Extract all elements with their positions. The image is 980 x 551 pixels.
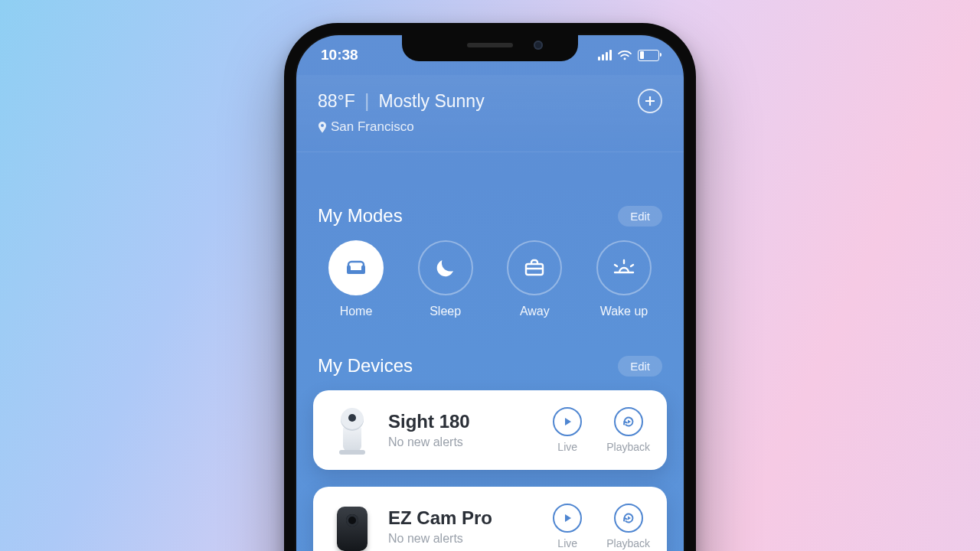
playback-button[interactable]: Playback [606,407,650,453]
action-label: Playback [606,537,650,549]
edit-devices-button[interactable]: Edit [618,356,662,377]
action-label: Live [557,537,577,549]
location-name: San Francisco [331,119,414,135]
device-notch [402,34,578,61]
replay-icon [622,511,635,525]
modes-row: Home Sleep [313,240,667,318]
action-label: Playback [606,441,650,453]
app-screen: 10:38 [296,35,684,551]
moon-icon [433,256,458,280]
mode-label: Wake up [600,305,648,318]
mode-away[interactable]: Away [496,240,573,318]
temperature: 88°F [318,91,355,111]
device-name: Sight 180 [388,411,539,432]
replay-icon [622,415,635,429]
cellular-icon [598,50,612,60]
device-status: No new alerts [388,435,539,449]
play-icon [562,416,573,427]
device-thumbnail [330,406,374,455]
playback-button[interactable]: Playback [606,504,650,549]
weather-header: 88°F | Mostly Sunny [296,75,684,152]
mode-label: Home [340,305,373,318]
device-card[interactable]: Sight 180 No new alerts [313,390,667,470]
modes-title: My Modes [318,205,403,227]
briefcase-icon [522,256,547,280]
mode-sleep[interactable]: Sleep [407,240,484,318]
sunrise-icon [612,256,636,280]
clock: 10:38 [321,47,358,64]
phone-frame: 10:38 [284,23,696,551]
devices-title: My Devices [318,355,413,377]
plus-icon [645,96,655,106]
mode-label: Away [520,305,550,318]
mode-label: Sleep [430,305,461,318]
device-thumbnail [330,502,374,551]
location-row[interactable]: San Francisco [318,119,662,135]
live-button[interactable]: Live [553,504,582,549]
pin-icon [318,122,327,133]
device-card[interactable]: EZ Cam Pro No new alerts [313,487,667,551]
battery-icon [638,50,659,61]
live-button[interactable]: Live [553,407,582,453]
stage-background: 10:38 [0,0,980,551]
edit-modes-button[interactable]: Edit [618,206,662,227]
mode-home[interactable]: Home [318,240,394,318]
add-button[interactable] [638,89,662,113]
action-label: Live [557,441,577,453]
device-status: No new alerts [388,532,539,546]
sofa-icon [344,256,368,280]
mode-wake-up[interactable]: Wake up [586,240,662,318]
device-name: EZ Cam Pro [388,507,539,529]
weather-condition: Mostly Sunny [379,91,485,111]
wifi-icon [617,50,632,60]
weather-summary: 88°F | Mostly Sunny [318,91,485,112]
play-icon [562,513,573,523]
